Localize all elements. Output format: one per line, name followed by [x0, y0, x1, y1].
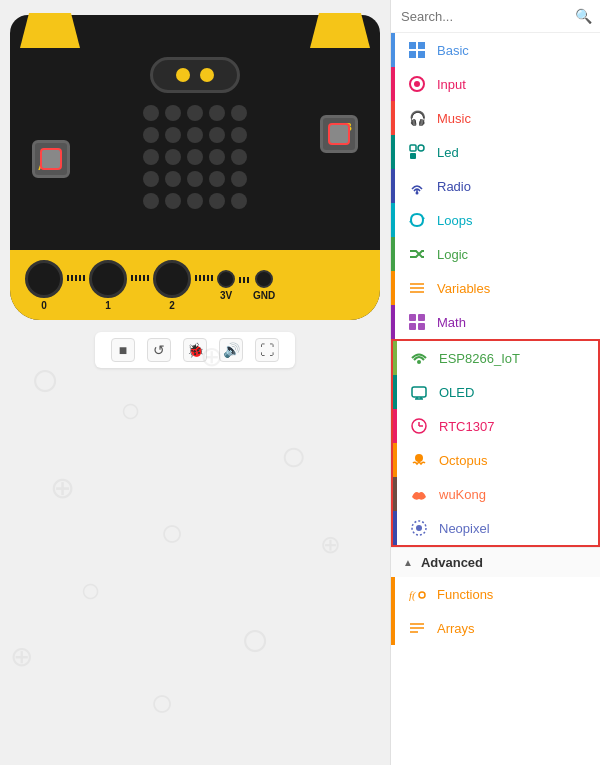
- microbit-display: [150, 57, 240, 93]
- input-label: Input: [437, 77, 466, 92]
- led-1-4: [231, 127, 247, 143]
- ear-right: [310, 13, 370, 48]
- pin-gnd-label: GND: [253, 290, 275, 301]
- pin-1-label: 1: [105, 300, 111, 311]
- menu-item-wukong[interactable]: wuKong: [393, 477, 598, 511]
- pin-gnd-circle: [255, 270, 273, 288]
- led-2-1: [165, 149, 181, 165]
- neopixel-label: Neopixel: [439, 521, 490, 536]
- led-grid: [143, 105, 247, 209]
- menu-item-radio[interactable]: Radio: [391, 169, 600, 203]
- pin-3v-circle: [217, 270, 235, 288]
- pin-3v-label: 3V: [220, 290, 232, 301]
- menu-item-loops[interactable]: Loops: [391, 203, 600, 237]
- pin-0-circle: [25, 260, 63, 298]
- basic-icon: [407, 40, 427, 60]
- variables-icon: [407, 278, 427, 298]
- math-label: Math: [437, 315, 466, 330]
- menu-item-logic[interactable]: Logic: [391, 237, 600, 271]
- menu-item-led[interactable]: Led: [391, 135, 600, 169]
- debug-button[interactable]: 🐞: [183, 338, 207, 362]
- svg-point-10: [416, 192, 419, 195]
- menu-item-functions[interactable]: f( Functions: [391, 577, 600, 611]
- neopixel-icon: [409, 518, 429, 538]
- menu-item-esp8266[interactable]: ESP8266_IoT: [393, 341, 598, 375]
- pin-0[interactable]: 0: [25, 260, 63, 311]
- radio-icon: [407, 176, 427, 196]
- stop-button[interactable]: ■: [111, 338, 135, 362]
- menu-item-oled[interactable]: OLED: [393, 375, 598, 409]
- pin-1-circle: [89, 260, 127, 298]
- search-input[interactable]: [401, 9, 569, 24]
- advanced-header[interactable]: ▲ Advanced: [391, 548, 600, 577]
- functions-icon: f(: [407, 584, 427, 604]
- menu-item-input[interactable]: Input: [391, 67, 600, 101]
- sound-button[interactable]: 🔊: [219, 338, 243, 362]
- led-4-1: [165, 193, 181, 209]
- led-2-0: [143, 149, 159, 165]
- octopus-label: Octopus: [439, 453, 487, 468]
- svg-rect-16: [409, 314, 416, 321]
- menu-item-music[interactable]: 🎧 Music: [391, 101, 600, 135]
- svg-text:f(: f(: [409, 589, 417, 602]
- left-panel: A B 0: [0, 0, 390, 765]
- led-4-0: [143, 193, 159, 209]
- rtc1307-icon: [409, 416, 429, 436]
- menu-item-math[interactable]: Math: [391, 305, 600, 339]
- music-icon: 🎧: [407, 108, 427, 128]
- menu-item-neopixel[interactable]: Neopixel: [393, 511, 598, 545]
- menu-item-basic[interactable]: Basic: [391, 33, 600, 67]
- led-1-2: [187, 127, 203, 143]
- led-1-1: [165, 127, 181, 143]
- pin-holes: 0 1: [25, 260, 365, 311]
- esp8266-icon: [409, 348, 429, 368]
- svg-point-20: [417, 360, 421, 364]
- button-a-inner: [40, 148, 62, 170]
- led-3-0: [143, 171, 159, 187]
- display-dot-right: [200, 68, 214, 82]
- pin-gnd[interactable]: GND: [253, 270, 275, 301]
- math-icon: [407, 312, 427, 332]
- menu-item-rtc1307[interactable]: RTC1307: [393, 409, 598, 443]
- search-icon: 🔍: [575, 8, 592, 24]
- menu-item-variables[interactable]: Variables: [391, 271, 600, 305]
- logic-icon: [407, 244, 427, 264]
- input-icon: [407, 74, 427, 94]
- radio-label: Radio: [437, 179, 471, 194]
- svg-point-7: [418, 145, 424, 151]
- search-bar: 🔍: [391, 0, 600, 33]
- svg-rect-21: [412, 387, 426, 397]
- led-2-4: [231, 149, 247, 165]
- wukong-label: wuKong: [439, 487, 486, 502]
- led-3-1: [165, 171, 181, 187]
- led-1-3: [209, 127, 225, 143]
- svg-rect-6: [410, 145, 416, 151]
- pin-2-circle: [153, 260, 191, 298]
- pin-2[interactable]: 2: [153, 260, 191, 311]
- chevron-up-icon: ▲: [403, 557, 413, 568]
- led-1-0: [143, 127, 159, 143]
- right-panel: 🔍 Basic Input 🎧 Music Led: [390, 0, 600, 765]
- pin-1[interactable]: 1: [89, 260, 127, 311]
- refresh-button[interactable]: ↺: [147, 338, 171, 362]
- music-label: Music: [437, 111, 471, 126]
- rtc1307-label: RTC1307: [439, 419, 494, 434]
- svg-rect-1: [418, 42, 425, 49]
- led-label: Led: [437, 145, 459, 160]
- button-b[interactable]: B: [320, 115, 358, 153]
- button-b-inner: [328, 123, 350, 145]
- arrays-icon: [407, 618, 427, 638]
- background-decoration: ○ ○ ⊕ ○ ⊕ ○ ⊕ ○ ○ ⊕ ○: [0, 330, 390, 730]
- menu-item-arrays[interactable]: Arrays: [391, 611, 600, 645]
- led-0-0: [143, 105, 159, 121]
- oled-icon: [409, 382, 429, 402]
- wukong-icon: [409, 484, 429, 504]
- arrays-label: Arrays: [437, 621, 475, 636]
- svg-rect-17: [418, 314, 425, 321]
- pin-3v[interactable]: 3V: [217, 270, 235, 301]
- button-a[interactable]: A: [32, 140, 70, 178]
- fullscreen-button[interactable]: ⛶: [255, 338, 279, 362]
- led-0-2: [187, 105, 203, 121]
- menu-item-octopus[interactable]: Octopus: [393, 443, 598, 477]
- highlighted-group: ESP8266_IoT OLED RTC1307: [391, 339, 600, 547]
